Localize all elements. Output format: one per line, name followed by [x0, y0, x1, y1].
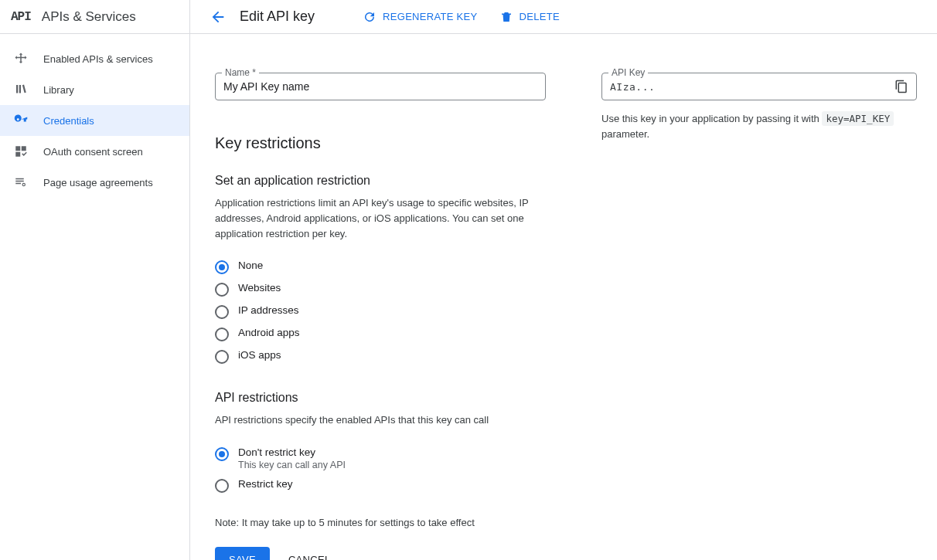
api-key-value: AIza...	[610, 81, 894, 93]
footer-actions: SAVE CANCEL	[215, 547, 546, 560]
refresh-icon	[363, 10, 377, 24]
radio-websites[interactable]: Websites	[215, 278, 546, 300]
sidebar: API APIs & Services Enabled APIs & servi…	[0, 0, 190, 560]
radio-control[interactable]	[215, 447, 229, 461]
radio-restrict-key[interactable]: Restrict key	[215, 474, 546, 497]
radio-control[interactable]	[215, 260, 229, 274]
right-column: API Key AIza... Use this key in your app…	[601, 73, 917, 537]
sidebar-item-credentials[interactable]: Credentials	[0, 105, 189, 136]
radio-android-apps[interactable]: Android apps	[215, 323, 546, 345]
delete-label: DELETE	[520, 11, 560, 22]
key-icon	[13, 113, 29, 128]
name-input[interactable]	[223, 80, 537, 93]
api-restriction-radio-group: Don't restrict key This key can call any…	[215, 443, 546, 497]
delete-button[interactable]: DELETE	[495, 5, 564, 29]
regenerate-label: REGENERATE KEY	[383, 11, 477, 22]
sidebar-title: APIs & Services	[42, 9, 136, 25]
agreements-icon	[13, 175, 29, 190]
name-label: Name *	[222, 67, 259, 78]
radio-control[interactable]	[215, 283, 229, 297]
radio-ip-addresses[interactable]: IP addresses	[215, 300, 546, 323]
sidebar-item-enabled-apis[interactable]: Enabled APIs & services	[0, 43, 189, 74]
sidebar-item-label: Credentials	[43, 115, 94, 127]
radio-label: Don't restrict key	[238, 446, 346, 458]
copy-api-key-button[interactable]	[894, 80, 908, 93]
radio-label: IP addresses	[238, 304, 299, 316]
settings-note: Note: It may take up to 5 minutes for se…	[215, 517, 546, 528]
radio-sublabel: This key can call any API	[238, 460, 346, 470]
help-code: key=API_KEY	[822, 111, 894, 126]
topbar: Edit API key REGENERATE KEY DELETE	[190, 0, 937, 34]
radio-control[interactable]	[215, 328, 229, 341]
sidebar-item-agreements[interactable]: Page usage agreements	[0, 167, 189, 198]
cancel-button[interactable]: CANCEL	[288, 554, 331, 560]
radio-label: Android apps	[238, 327, 300, 338]
radio-label: None	[238, 260, 263, 271]
sidebar-item-label: Library	[43, 84, 74, 96]
key-restrictions-heading: Key restrictions	[215, 134, 546, 152]
api-restrictions-heading: API restrictions	[215, 391, 546, 405]
trash-icon	[499, 10, 513, 24]
sidebar-header: API APIs & Services	[0, 0, 189, 34]
radio-none[interactable]: None	[215, 256, 546, 278]
radio-label: Restrict key	[238, 478, 293, 490]
back-button[interactable]	[209, 8, 227, 26]
app-restriction-desc: Application restrictions limit an API ke…	[215, 195, 532, 242]
radio-dont-restrict[interactable]: Don't restrict key This key can call any…	[215, 443, 546, 474]
sidebar-item-label: Page usage agreements	[43, 177, 153, 188]
regenerate-key-button[interactable]: REGENERATE KEY	[358, 5, 482, 29]
copy-icon	[894, 80, 908, 93]
left-column: Name * Key restrictions Set an applicati…	[215, 73, 546, 537]
app-restriction-heading: Set an application restriction	[215, 174, 546, 188]
sidebar-item-label: OAuth consent screen	[43, 146, 143, 158]
sidebar-item-label: Enabled APIs & services	[43, 53, 153, 65]
help-post: parameter.	[601, 128, 649, 140]
arrow-back-icon	[210, 8, 227, 25]
api-logo: API	[11, 10, 31, 24]
enabled-apis-icon	[13, 51, 29, 66]
content: Name * Key restrictions Set an applicati…	[190, 34, 937, 560]
app-restriction-radio-group: None Websites IP addresses Android apps	[215, 256, 546, 368]
radio-label: iOS apps	[238, 349, 281, 361]
api-key-label: API Key	[608, 67, 648, 78]
page-title: Edit API key	[240, 8, 315, 25]
api-restrictions-desc: API restrictions specify the enabled API…	[215, 412, 532, 428]
help-pre: Use this key in your application by pass…	[601, 113, 822, 124]
main: Edit API key REGENERATE KEY DELETE Name …	[190, 0, 937, 560]
consent-icon	[13, 144, 29, 159]
api-key-help: Use this key in your application by pass…	[601, 111, 917, 141]
radio-control[interactable]	[215, 305, 229, 319]
name-field[interactable]: Name *	[215, 73, 546, 100]
api-key-field: API Key AIza...	[601, 73, 917, 100]
radio-control[interactable]	[215, 350, 229, 364]
save-button[interactable]: SAVE	[215, 547, 270, 560]
sidebar-item-library[interactable]: Library	[0, 74, 189, 105]
nav-list: Enabled APIs & services Library Credenti…	[0, 34, 189, 198]
sidebar-item-oauth-consent[interactable]: OAuth consent screen	[0, 136, 189, 167]
radio-control[interactable]	[215, 479, 229, 493]
library-icon	[13, 82, 29, 97]
radio-label: Websites	[238, 282, 281, 294]
radio-ios-apps[interactable]: iOS apps	[215, 345, 546, 368]
